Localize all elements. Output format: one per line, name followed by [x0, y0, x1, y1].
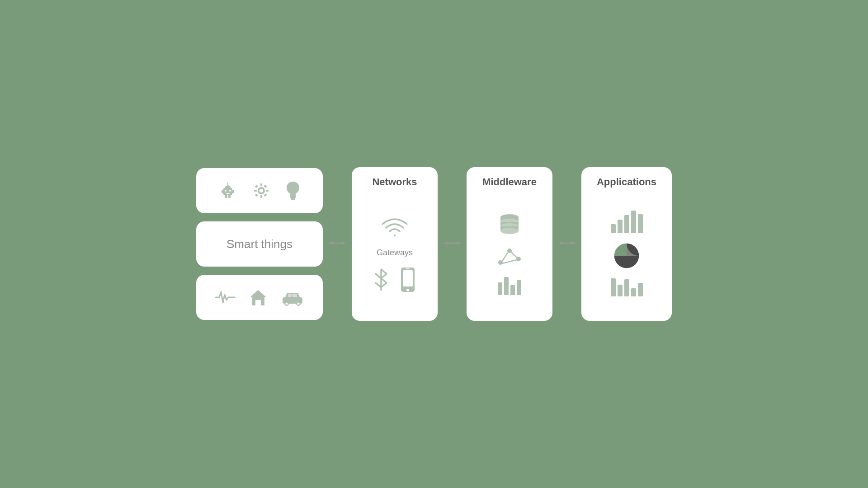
svg-marker-57 [571, 241, 575, 245]
smart-things-middle-card: Smart things [196, 221, 323, 267]
arrow-2 [443, 239, 461, 249]
svg-rect-5 [226, 193, 230, 194]
svg-rect-0 [223, 188, 232, 195]
svg-line-55 [502, 260, 517, 263]
smart-things-top-card [196, 168, 323, 213]
svg-point-4 [229, 190, 231, 192]
svg-rect-32 [292, 294, 297, 297]
iot-architecture-diagram: Smart things [196, 167, 672, 321]
svg-rect-8 [225, 195, 227, 198]
svg-marker-41 [457, 241, 460, 245]
applications-title: Applications [597, 176, 656, 188]
graph-nodes-icon [496, 245, 523, 268]
networks-title: Networks [372, 176, 417, 188]
svg-rect-7 [232, 190, 234, 193]
svg-rect-39 [406, 268, 410, 269]
svg-rect-19 [255, 193, 258, 197]
car-icon [281, 289, 304, 305]
svg-rect-18 [264, 185, 267, 188]
svg-rect-16 [266, 190, 269, 192]
smart-things-column: Smart things [196, 168, 323, 320]
svg-marker-42 [444, 241, 448, 245]
svg-point-30 [297, 303, 300, 305]
robot-icon [217, 180, 239, 202]
gear-icon [251, 181, 271, 201]
svg-marker-58 [559, 241, 562, 245]
svg-point-49 [500, 228, 519, 234]
svg-rect-22 [291, 198, 295, 200]
svg-line-53 [502, 253, 508, 261]
svg-rect-20 [264, 193, 267, 197]
bluetooth-icon [373, 267, 389, 292]
applications-bar-chart-1 [611, 211, 643, 233]
arrow-3 [558, 239, 576, 249]
house-icon [248, 287, 268, 307]
gateways-label: Gateways [377, 248, 413, 258]
pie-chart [613, 242, 640, 269]
svg-marker-34 [342, 241, 345, 245]
svg-rect-24 [255, 300, 261, 305]
middleware-bar-chart [498, 277, 521, 295]
svg-rect-31 [288, 294, 292, 297]
svg-point-28 [286, 303, 288, 305]
svg-point-12 [259, 189, 263, 192]
applications-bar-chart-2 [611, 278, 643, 296]
wifi-icon [379, 214, 410, 239]
svg-rect-13 [260, 183, 262, 186]
bulb-icon [284, 180, 302, 202]
networks-panel: Networks Gateways [352, 167, 438, 321]
svg-rect-21 [290, 197, 296, 198]
pulse-icon [215, 289, 236, 305]
svg-rect-9 [228, 195, 231, 198]
phone-icon [399, 267, 416, 293]
smart-things-label: Smart things [226, 237, 292, 251]
middleware-panel: Middleware [467, 167, 552, 321]
svg-rect-14 [260, 195, 262, 198]
svg-point-2 [227, 185, 229, 187]
svg-rect-15 [254, 190, 257, 192]
smart-things-bottom-card [196, 275, 323, 320]
svg-marker-25 [250, 290, 266, 297]
middleware-title: Middleware [482, 176, 537, 188]
svg-marker-35 [329, 241, 333, 245]
database-icon [497, 212, 522, 236]
svg-rect-17 [255, 185, 258, 188]
svg-rect-37 [403, 270, 413, 286]
svg-point-11 [227, 183, 229, 184]
svg-line-54 [511, 252, 517, 258]
svg-point-3 [225, 190, 226, 192]
svg-point-38 [406, 289, 409, 291]
applications-panel: Applications [581, 167, 672, 321]
arrow-1 [328, 239, 346, 249]
svg-rect-6 [222, 190, 223, 193]
